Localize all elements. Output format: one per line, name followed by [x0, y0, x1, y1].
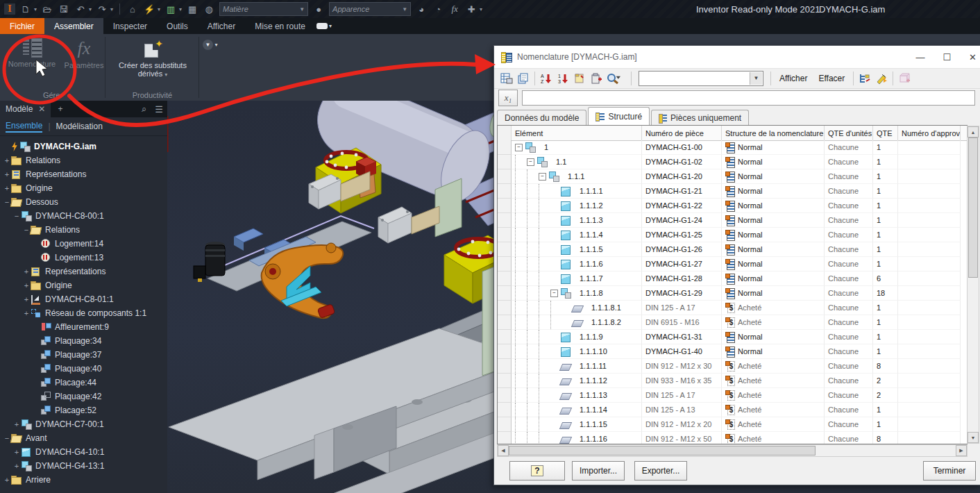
edit-equations-button[interactable]	[873, 70, 890, 86]
tab-donnees-du-modele[interactable]: Données du modèle	[497, 110, 586, 125]
tree-item[interactable]: DYMACH-G.iam	[0, 140, 167, 153]
dialog-close-button[interactable]: ✕	[969, 52, 977, 62]
appearance-add-icon[interactable]: ◕	[415, 3, 428, 15]
quick-doc-caret-icon[interactable]: ▾	[158, 6, 160, 12]
terminer-button[interactable]: Terminer	[923, 461, 976, 481]
tree-item[interactable]: +DYMACH-G4-10:1	[0, 445, 167, 459]
ribbon-display-options-button[interactable]: ▼ ▾	[203, 40, 219, 52]
view-properties-button[interactable]	[856, 70, 873, 86]
component-visibility-icon[interactable]: ▥	[164, 3, 177, 15]
export-bom-button[interactable]	[498, 70, 515, 86]
renumber-items-button[interactable]	[571, 70, 588, 86]
bom-row[interactable]: 1.1.1.12DIN 933 - M16 x 35AchetéChacune2	[498, 374, 967, 388]
open-folder-icon[interactable]: 🗁	[41, 3, 53, 15]
column-header[interactable]: Numéro d'approvisionr	[898, 126, 961, 140]
undo-icon[interactable]: ↶	[74, 3, 87, 15]
save-icon[interactable]: 🖫	[58, 3, 70, 15]
bom-row-expander[interactable]: −	[527, 158, 534, 166]
bom-row[interactable]: 1.1.1.2DYMACH-G1-22NormalChacune1	[498, 199, 967, 213]
component-visibility-caret-icon[interactable]: ▾	[179, 6, 182, 12]
redo-caret-icon[interactable]: ▾	[110, 6, 113, 12]
sort-numeric-button[interactable]: 13	[555, 70, 571, 86]
material-dropdown[interactable]: Matière▼	[219, 2, 308, 16]
bom-view-combobox[interactable]: ▼	[639, 71, 763, 86]
bom-row[interactable]: 1.1.1.8.2DIN 6915 - M16AchetéChacune1	[498, 315, 967, 330]
tree-expander[interactable]: +	[22, 267, 31, 276]
tree-item[interactable]: +Arriere	[0, 473, 167, 487]
parametres-button[interactable]: fx Paramètres	[64, 38, 104, 69]
bom-row[interactable]: 1.1.1.16DIN 912 - M12 x 50AchetéChacune8	[498, 432, 967, 444]
exporter-button[interactable]: Exporter...	[634, 461, 687, 481]
ribbon-tab-inspecter[interactable]: Inspecter	[103, 18, 157, 34]
tree-expander[interactable]: −	[22, 226, 31, 234]
column-header[interactable]: Structure de la nomenclature	[722, 126, 825, 140]
bom-row[interactable]: 1.1.1.3DYMACH-G1-24NormalChacune1	[498, 213, 967, 228]
bom-row[interactable]: 1.1.1.9DYMACH-G1-31NormalChacune1	[498, 330, 967, 344]
bom-row[interactable]: 1.1.1.13DIN 125 - A 17AchetéChacune2	[498, 388, 967, 403]
bom-row[interactable]: 1.1.1.7DYMACH-G1-28NormalChacune6	[498, 271, 967, 286]
ribbon-tab-outils[interactable]: Outils	[157, 18, 198, 34]
inventor-logo-icon[interactable]: I	[4, 3, 15, 15]
tree-item[interactable]: Logement:13	[0, 251, 167, 265]
view-modelisation[interactable]: Modélisation	[56, 122, 103, 131]
tree-item[interactable]: +Relations	[0, 153, 167, 167]
column-header[interactable]: QTE	[873, 126, 898, 140]
create-virtual-component-button[interactable]	[896, 70, 913, 86]
tree-expander[interactable]: +	[12, 448, 21, 456]
tree-item[interactable]: +Représentations	[0, 167, 167, 181]
ribbon-tab-afficher[interactable]: Afficher	[198, 18, 245, 34]
sort-alpha-button[interactable]: AZ	[538, 70, 555, 86]
column-header-rowselector[interactable]	[498, 126, 512, 140]
find-item-button[interactable]	[605, 70, 628, 86]
quick-doc-icon[interactable]: ⚡	[143, 3, 155, 15]
bom-row[interactable]: 1.1.1.15DIN 912 - M12 x 20AchetéChacune1	[498, 417, 967, 432]
formula-field[interactable]	[522, 90, 975, 106]
bom-row-expander[interactable]: −	[539, 173, 546, 181]
browser-search-icon[interactable]: ⌕	[137, 101, 151, 117]
tree-expander[interactable]: +	[22, 295, 31, 303]
column-header[interactable]: Elément	[512, 126, 642, 140]
redo-icon[interactable]: ↷	[96, 3, 108, 15]
copy-rows-button[interactable]	[588, 70, 605, 86]
ribbon-tab-mise-en-route[interactable]: Mise en route	[245, 18, 315, 34]
bom-row-expander[interactable]: −	[515, 144, 523, 151]
ribbon-collapse-button[interactable]: ▾	[315, 18, 333, 34]
appearance-clear-icon[interactable]: ◔	[432, 3, 444, 15]
browser-tab-modele[interactable]: Modèle ✕	[0, 101, 51, 117]
browser-tab-close-icon[interactable]: ✕	[38, 104, 45, 114]
parameters-fx-icon[interactable]: fx	[448, 3, 461, 15]
tree-expander[interactable]: +	[3, 476, 11, 484]
tree-item[interactable]: Plaquage:37	[0, 348, 167, 362]
bom-row[interactable]: 1.1.1.11DIN 912 - M12 x 30AchetéChacune8	[498, 359, 967, 374]
appearance-dropdown[interactable]: Apparence▼	[329, 2, 411, 16]
tree-item[interactable]: Plaquage:42	[0, 390, 167, 403]
help-button[interactable]: ?	[509, 461, 565, 481]
effacer-button[interactable]: Effacer	[813, 74, 850, 83]
column-header[interactable]: Numéro de pièce	[642, 126, 722, 140]
tree-expander[interactable]: +	[22, 309, 31, 317]
tree-item[interactable]: Placage:52	[0, 403, 167, 417]
bom-row[interactable]: 1.1.1.5DYMACH-G1-26NormalChacune1	[498, 242, 967, 257]
bom-row[interactable]: −1.1.1DYMACH-G1-20NormalChacune1	[498, 169, 967, 184]
importer-button[interactable]: Importer...	[572, 461, 625, 481]
tree-item[interactable]: +Origine	[0, 181, 167, 195]
tree-item[interactable]: −Relations	[0, 223, 167, 237]
bom-row[interactable]: 1.1.1.14DIN 125 - A 13AchetéChacune1	[498, 403, 967, 417]
tree-item[interactable]: −Avant	[0, 431, 167, 445]
tree-item[interactable]: +DYMACH-C7-00:1	[0, 417, 167, 431]
tree-expander[interactable]: +	[12, 462, 21, 470]
tree-expander[interactable]: +	[12, 420, 21, 428]
grid-vscrollbar[interactable]: ▲ ▼	[967, 126, 979, 444]
bom-row[interactable]: 1.1.1.10DYMACH-G1-40NormalChacune1	[498, 344, 967, 359]
tree-expander[interactable]: +	[3, 156, 11, 165]
tree-item[interactable]: Affleurement:9	[0, 320, 167, 334]
home-icon[interactable]: ⌂	[126, 3, 139, 15]
tree-item[interactable]: −Dessous	[0, 195, 167, 209]
tree-item[interactable]: Placage:44	[0, 376, 167, 390]
bom-row[interactable]: 1.1.1.8.1DIN 125 - A 17AchetéChacune1	[498, 301, 967, 315]
tree-item[interactable]: Plaquage:34	[0, 334, 167, 348]
link-components-icon[interactable]: ▦	[186, 3, 198, 15]
tree-expander[interactable]: +	[3, 170, 11, 178]
tree-expander[interactable]: −	[12, 212, 21, 220]
dialog-titlebar[interactable]: Nomenclature [DYMACH-G.iam] — ☐ ✕	[494, 46, 980, 69]
